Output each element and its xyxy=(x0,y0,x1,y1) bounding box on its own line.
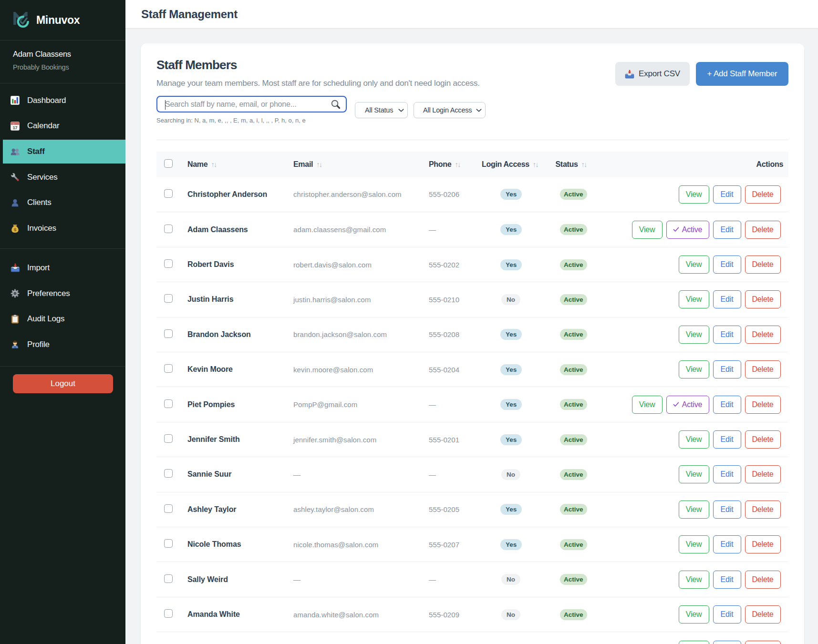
svg-text:17: 17 xyxy=(13,125,18,130)
